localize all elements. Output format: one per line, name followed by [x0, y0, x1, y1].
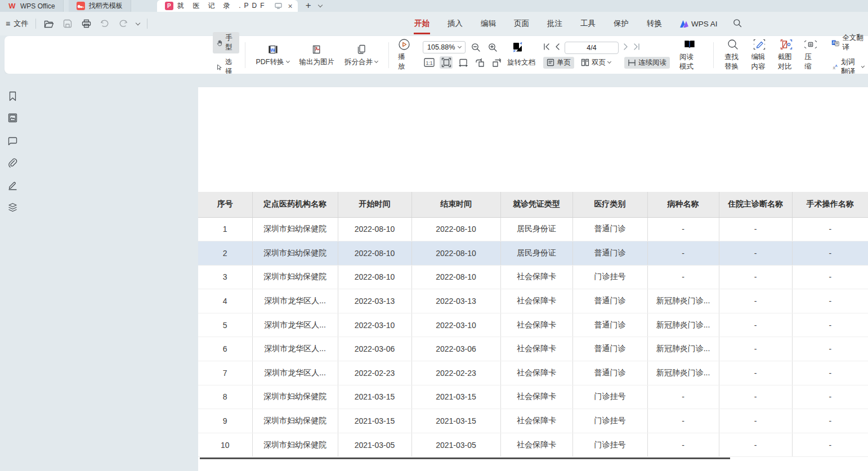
- table-cell: 4: [198, 289, 252, 313]
- table-cell: -: [647, 433, 719, 457]
- table-cell: 深圳市妇幼保健院: [252, 265, 338, 289]
- table-cell: 社会保障卡: [500, 265, 572, 289]
- continuous-read-toggle[interactable]: 连续阅读: [624, 57, 670, 69]
- last-page-icon[interactable]: [633, 43, 640, 52]
- table-cell: 社会保障卡: [500, 337, 572, 361]
- table-cell: -: [719, 313, 792, 337]
- edit-content-button[interactable]: 编辑内容: [746, 37, 772, 73]
- table-cell: 2022-08-10: [338, 217, 411, 241]
- thumbnail-icon[interactable]: [7, 113, 18, 123]
- table-cell: 社会保障卡: [500, 385, 572, 409]
- first-page-icon[interactable]: [543, 43, 550, 52]
- bookmark-icon[interactable]: [7, 91, 18, 101]
- menu-tab-page[interactable]: 页面: [513, 16, 530, 31]
- compress-button[interactable]: 压缩: [799, 37, 822, 73]
- table-cell: 深圳市妇幼保健院: [252, 385, 338, 409]
- table-cell: 2022-08-10: [411, 265, 500, 289]
- table-bottom-rule: [200, 457, 730, 459]
- layers-icon[interactable]: [7, 202, 18, 213]
- play-label: 播放: [398, 52, 410, 71]
- hand-icon: [217, 39, 222, 47]
- table-cell: 门诊挂号: [572, 385, 647, 409]
- continuous-read-label: 连续阅读: [638, 58, 666, 68]
- zoom-in-icon[interactable]: [486, 41, 499, 53]
- redo-icon[interactable]: [118, 18, 129, 29]
- read-mode-label: 阅读模式: [679, 52, 700, 71]
- table-cell: 深圳市妇幼保健院: [252, 433, 338, 457]
- table-header-cell: 结束时间: [411, 192, 500, 217]
- table-header-cell: 就诊凭证类型: [500, 192, 572, 217]
- new-tab-button[interactable]: +: [306, 0, 311, 12]
- tab-medical-record-pdf[interactable]: P 就 医 记 录 .PDF ×: [157, 0, 298, 12]
- menu-tab-comment[interactable]: 批注: [547, 16, 563, 31]
- menu-tab-convert[interactable]: 转换: [646, 16, 663, 31]
- actual-size-icon[interactable]: 1:1: [423, 56, 436, 69]
- export-as-image-button[interactable]: 输出为图片: [294, 42, 340, 68]
- comment-icon[interactable]: [7, 136, 18, 146]
- play-icon: [398, 38, 410, 51]
- single-page-toggle[interactable]: 单页: [543, 57, 574, 69]
- zoom-out-icon[interactable]: [469, 41, 482, 53]
- menu-tab-edit[interactable]: 编辑: [480, 16, 496, 31]
- zoom-level-select[interactable]: 105.88%: [423, 41, 466, 53]
- fit-width-icon[interactable]: [440, 56, 453, 69]
- table-cell: 2022-08-10: [338, 241, 411, 266]
- rotate-left-icon[interactable]: [473, 56, 486, 69]
- open-file-icon[interactable]: [43, 18, 55, 29]
- double-page-toggle[interactable]: 双页: [578, 57, 614, 69]
- table-cell: 社会保障卡: [500, 289, 572, 313]
- file-menu-button[interactable]: ≡ 文件: [6, 19, 28, 29]
- tab-list-chevron-icon[interactable]: [317, 3, 322, 7]
- menu-tab-tools[interactable]: 工具: [580, 16, 596, 31]
- pdf-logo-icon: P: [165, 2, 173, 10]
- table-cell: -: [719, 265, 792, 289]
- word-translate-icon: 文A: [831, 62, 838, 71]
- tab-wps-office[interactable]: W WPS Office: [0, 0, 64, 12]
- play-button[interactable]: 播放: [395, 38, 414, 71]
- full-text-translate-button[interactable]: A 全文翻译: [827, 32, 868, 53]
- menu-tab-home[interactable]: 开始: [414, 16, 430, 31]
- screenshot-compare-button[interactable]: 截图对比: [773, 37, 799, 73]
- table-cell: 2022-03-13: [338, 289, 411, 313]
- rotate-document-label[interactable]: 旋转文档: [507, 58, 535, 68]
- quick-access-toolbar: ≡ 文件: [6, 12, 147, 35]
- single-page-label: 单页: [557, 58, 571, 68]
- tab-label: 就 医 记 录 .PDF: [177, 1, 268, 11]
- tab-window-icon[interactable]: [275, 3, 282, 9]
- pdf-convert-button[interactable]: W PDF转换: [251, 42, 294, 68]
- undo-icon[interactable]: [99, 18, 110, 29]
- table-cell: 门诊挂号: [572, 433, 647, 457]
- save-icon[interactable]: [62, 18, 73, 29]
- table-row: 2深圳市妇幼保健院2022-08-102022-08-10居民身份证普通门诊--…: [198, 241, 868, 266]
- menu-tab-protect[interactable]: 保护: [613, 16, 629, 31]
- document-viewport[interactable]: 序号定点医药机构名称开始时间结束时间就诊凭证类型医疗类别病种名称住院主诊断名称手…: [25, 74, 868, 471]
- menu-search-icon[interactable]: [733, 19, 742, 29]
- print-icon[interactable]: [80, 18, 92, 29]
- previous-page-icon[interactable]: [555, 43, 560, 52]
- zoom-group: 105.88% 1:1: [423, 41, 535, 69]
- page-number-input[interactable]: 4/4: [565, 42, 619, 54]
- table-cell: 新冠肺炎门诊...: [647, 289, 719, 313]
- divider: [388, 42, 389, 68]
- menu-tab-wps-ai[interactable]: WPS AI: [679, 17, 718, 30]
- rotate-right-icon[interactable]: [490, 56, 503, 69]
- table-cell: 1: [198, 217, 252, 241]
- quickbar-chevron-icon[interactable]: [136, 20, 140, 25]
- menu-tab-insert[interactable]: 插入: [447, 16, 463, 31]
- read-mode-button[interactable]: 阅读模式: [674, 37, 705, 73]
- table-cell: 普通门诊: [572, 241, 647, 266]
- find-replace-button[interactable]: 查找替换: [719, 37, 746, 73]
- split-merge-button[interactable]: 拆分合并: [339, 42, 383, 68]
- tab-close-icon[interactable]: ×: [288, 2, 292, 11]
- signature-icon[interactable]: [7, 180, 18, 191]
- attachment-icon[interactable]: [7, 158, 18, 168]
- table-cell: 2022-03-13: [411, 289, 500, 313]
- fit-page-icon[interactable]: [457, 56, 469, 69]
- table-cell: -: [647, 241, 719, 266]
- tab-docer-templates[interactable]: ๛ 找稻壳模板: [69, 0, 131, 12]
- next-page-icon[interactable]: [624, 43, 628, 52]
- hand-tool-button[interactable]: 手型: [213, 32, 239, 53]
- table-row: 4深圳市龙华区人...2022-03-132022-03-13社会保障卡普通门诊…: [198, 289, 868, 313]
- pdf-page: 序号定点医药机构名称开始时间结束时间就诊凭证类型医疗类别病种名称住院主诊断名称手…: [198, 87, 868, 471]
- edit-tools-group: 查找替换 编辑内容 截图对比 压缩: [719, 37, 822, 73]
